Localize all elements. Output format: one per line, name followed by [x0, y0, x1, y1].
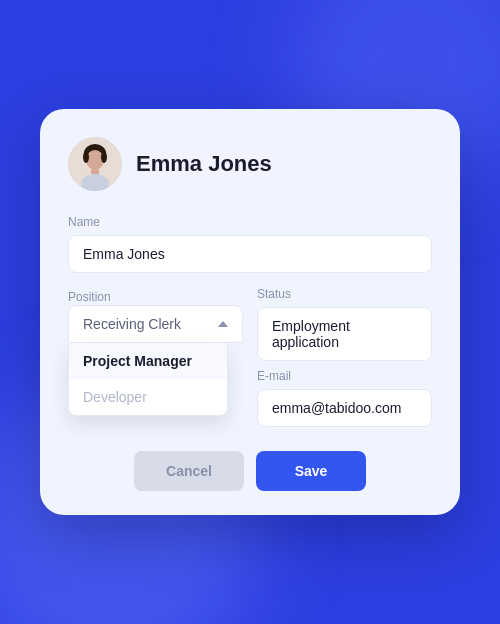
email-input[interactable]: emma@tabidoo.com	[257, 389, 432, 427]
avatar	[68, 137, 122, 191]
position-label: Position	[68, 290, 111, 304]
email-label: E-mail	[257, 369, 432, 383]
position-select-wrapper: Receiving Clerk Project Manager Develope…	[68, 305, 243, 343]
position-select[interactable]: Receiving Clerk	[68, 305, 243, 343]
svg-point-2	[86, 150, 104, 170]
position-field-group: Position Receiving Clerk Project Manager…	[68, 287, 243, 427]
dropdown-item-developer[interactable]: Developer	[69, 379, 227, 415]
user-header: Emma Jones	[68, 137, 432, 191]
user-name: Emma Jones	[136, 151, 272, 177]
form-card: Emma Jones Name Emma Jones Position Rece…	[40, 109, 460, 515]
chevron-up-icon	[218, 321, 228, 327]
cancel-button[interactable]: Cancel	[134, 451, 244, 491]
name-field-group: Name Emma Jones	[68, 215, 432, 273]
position-status-row: Position Receiving Clerk Project Manager…	[68, 287, 432, 427]
position-value: Receiving Clerk	[83, 316, 181, 332]
dropdown-item-project-manager[interactable]: Project Manager	[69, 343, 227, 379]
status-field-group: Status Employment application E-mail emm…	[257, 287, 432, 427]
status-label: Status	[257, 287, 432, 301]
svg-point-3	[83, 151, 89, 163]
position-dropdown: Project Manager Developer	[68, 343, 228, 416]
status-input[interactable]: Employment application	[257, 307, 432, 361]
action-buttons: Cancel Save	[68, 451, 432, 491]
svg-point-4	[101, 151, 107, 163]
form-fields: Name Emma Jones Position Receiving Clerk…	[68, 215, 432, 427]
name-input[interactable]: Emma Jones	[68, 235, 432, 273]
save-button[interactable]: Save	[256, 451, 366, 491]
name-label: Name	[68, 215, 432, 229]
